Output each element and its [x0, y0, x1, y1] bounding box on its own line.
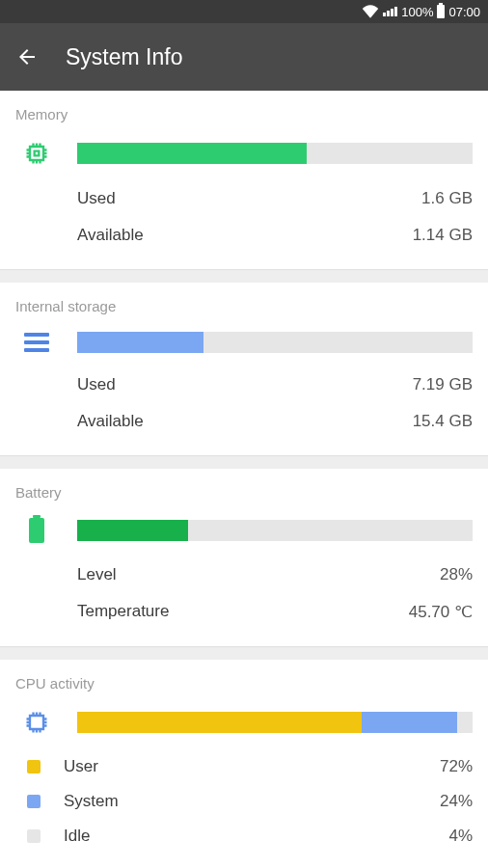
memory-available-label: Available — [77, 226, 144, 245]
storage-used-value: 7.19 GB — [413, 375, 473, 394]
battery-level-row: Level 28% — [77, 556, 473, 593]
memory-card: Memory Used 1.6 GB Available 1.14 GB — [0, 91, 488, 269]
battery-bar-fill — [77, 520, 188, 541]
battery-icon — [437, 5, 445, 18]
storage-available-row: Available 15.4 GB — [77, 403, 473, 440]
storage-title: Internal storage — [15, 298, 473, 314]
status-bar: 100% 07:00 — [0, 0, 488, 23]
cpu-legend-value: 4% — [448, 827, 473, 846]
battery-level-label: Level — [77, 565, 117, 584]
status-battery-pct: 100% — [401, 5, 433, 19]
back-button[interactable] — [15, 45, 39, 68]
memory-bar-fill — [77, 143, 307, 164]
storage-available-label: Available — [77, 412, 144, 431]
cpu-bar — [77, 712, 473, 733]
memory-title: Memory — [15, 106, 473, 122]
signal-icon — [383, 7, 397, 16]
battery-card: Battery Level 28% Temperature 45.70 ℃ — [0, 469, 488, 646]
battery-temp-row: Temperature 45.70 ℃ — [77, 593, 473, 631]
cpu-legend-label: Idle — [64, 827, 425, 846]
memory-used-label: Used — [77, 189, 116, 208]
cpu-legend-label: User — [64, 757, 417, 776]
arrow-left-icon — [15, 45, 39, 68]
battery-temp-label: Temperature — [77, 602, 169, 622]
memory-available-row: Available 1.14 GB — [77, 217, 473, 254]
cpu-swatch-system — [27, 795, 41, 808]
memory-used-row: Used 1.6 GB — [77, 180, 473, 217]
storage-used-label: Used — [77, 375, 116, 394]
cpu-bar-segment-user — [77, 712, 362, 733]
storage-bar — [77, 332, 473, 353]
storage-available-value: 15.4 GB — [413, 412, 473, 431]
cpu-bar-segment-idle — [457, 712, 473, 733]
cpu-legend-value: 24% — [440, 792, 473, 811]
cpu-swatch-idle — [27, 829, 41, 843]
memory-used-value: 1.6 GB — [421, 189, 473, 208]
cpu-bar-segment-system — [362, 712, 456, 733]
battery-bar — [77, 520, 473, 541]
cpu-chip-icon — [23, 709, 50, 736]
battery-title: Battery — [15, 484, 473, 501]
memory-chip-icon — [23, 140, 50, 167]
battery-level-value: 28% — [440, 565, 473, 584]
battery-temp-value: 45.70 ℃ — [409, 602, 473, 622]
status-time: 07:00 — [448, 5, 480, 19]
storage-used-row: Used 7.19 GB — [77, 366, 473, 403]
storage-card: Internal storage Used 7.19 GB Available … — [0, 283, 488, 455]
storage-bar-fill — [77, 332, 203, 353]
cpu-legend-idle: Idle4% — [15, 819, 473, 854]
battery-level-icon — [29, 518, 44, 543]
cpu-legend-user: User72% — [15, 749, 473, 784]
content: Memory Used 1.6 GB Available 1.14 GB Int… — [0, 91, 488, 868]
memory-bar — [77, 143, 473, 164]
memory-available-value: 1.14 GB — [413, 226, 473, 245]
storage-icon — [24, 333, 49, 352]
cpu-legend-label: System — [64, 792, 417, 811]
cpu-legend: User72%System24%Idle4% — [15, 749, 473, 854]
cpu-legend-value: 72% — [440, 757, 473, 776]
cpu-title: CPU activity — [15, 675, 473, 692]
wifi-icon — [362, 5, 379, 18]
page-title: System Info — [66, 44, 182, 70]
cpu-card: CPU activity User72%System24%Idle4% — [0, 660, 488, 868]
cpu-legend-system: System24% — [15, 784, 473, 819]
cpu-swatch-user — [27, 760, 41, 773]
app-bar: System Info — [0, 23, 488, 91]
